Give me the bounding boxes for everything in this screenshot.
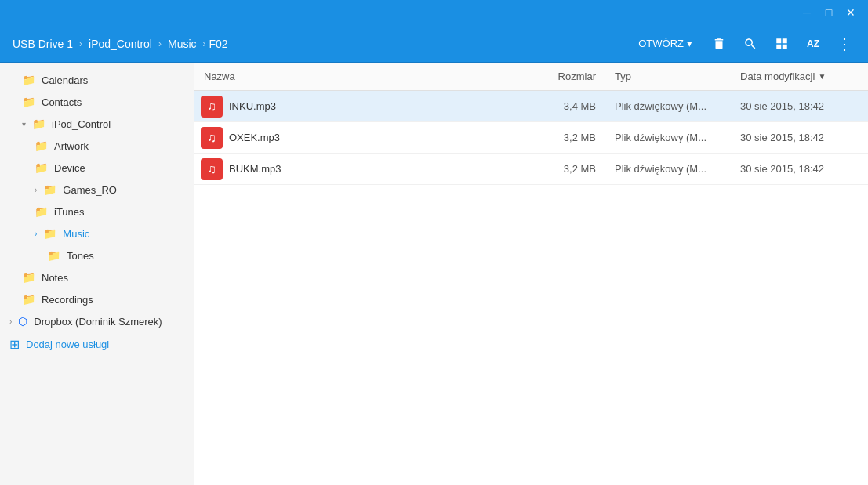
delete-icon [712, 37, 726, 51]
sidebar-item-calendars[interactable]: 📁 Calendars [0, 69, 194, 91]
sidebar-item-recordings[interactable]: 📁 Recordings [0, 288, 194, 310]
folder-icon: 📁 [22, 293, 35, 306]
breadcrumb-usb-drive[interactable]: USB Drive 1 [9, 36, 76, 52]
folder-icon: 📁 [22, 96, 35, 108]
sidebar-label-notes: Notes [42, 272, 68, 284]
open-arrow: ▾ [687, 38, 692, 49]
sidebar-item-games-ro[interactable]: › 📁 Games_RO [0, 179, 194, 201]
file-name: BUKM.mp3 [229, 163, 527, 175]
breadcrumb: USB Drive 1 › iPod_Control › Music › F02 [9, 36, 629, 52]
folder-icon: 📁 [22, 271, 35, 284]
collapse-icon: ▾ [22, 120, 26, 128]
expand-icon: › [35, 186, 37, 194]
maximize-button[interactable]: □ [818, 2, 840, 24]
folder-icon: 📁 [35, 139, 48, 152]
more-button[interactable]: ⋮ [830, 30, 859, 58]
sidebar-item-artwork[interactable]: 📁 Artwork [0, 135, 194, 157]
sidebar-label-add-service: Dodaj nowe usługi [26, 338, 109, 350]
sidebar-item-tones[interactable]: 📁 Tones [0, 244, 194, 266]
sidebar-item-notes[interactable]: 📁 Notes [0, 266, 194, 288]
folder-icon: 📁 [43, 183, 56, 196]
minimize-button[interactable]: ─ [796, 2, 818, 24]
sort-button[interactable]: AZ [799, 30, 827, 58]
file-size: 3,2 MB [527, 163, 605, 175]
file-type-icon: ♫ [201, 96, 223, 118]
add-icon: ⊞ [9, 337, 20, 352]
folder-icon: 📁 [22, 74, 35, 86]
breadcrumb-music[interactable]: Music [165, 36, 200, 52]
col-header-type: Typ [605, 71, 731, 82]
expand-icon: › [9, 317, 12, 326]
sidebar-label-dropbox: Dropbox (Dominik Szmerek) [34, 316, 162, 328]
sidebar-label-device: Device [54, 162, 85, 174]
file-row[interactable]: ♫ INKU.mp3 3,4 MB Plik dźwiękowy (M... 3… [194, 91, 868, 122]
col-header-name: Nazwa [194, 71, 527, 82]
file-date: 30 sie 2015, 18:42 [731, 100, 868, 112]
sidebar-label-games-ro: Games_RO [63, 184, 117, 196]
delete-button[interactable] [705, 30, 733, 58]
sidebar-item-dropbox[interactable]: › ⬡ Dropbox (Dominik Szmerek) [0, 310, 194, 332]
file-type-icon: ♫ [201, 158, 223, 180]
folder-icon: 📁 [35, 161, 48, 174]
sidebar-label-itunes: iTunes [54, 206, 85, 218]
titlebar: ─ □ ✕ [0, 0, 868, 25]
breadcrumb-ipod-control[interactable]: iPod_Control [85, 36, 155, 52]
filelist-header: Nazwa Rozmiar Typ Data modyfikacji ▼ [194, 63, 868, 91]
sidebar-label-recordings: Recordings [42, 294, 93, 306]
filelist: Nazwa Rozmiar Typ Data modyfikacji ▼ ♫ I… [194, 63, 868, 485]
sidebar: 📁 Calendars 📁 Contacts ▾ 📁 iPod_Control … [0, 63, 194, 485]
grid-view-button[interactable] [768, 30, 796, 58]
sidebar-label-tones: Tones [67, 250, 94, 262]
sidebar-item-device[interactable]: 📁 Device [0, 157, 194, 179]
folder-icon: 📁 [35, 205, 48, 218]
sidebar-label-ipod-control: iPod_Control [52, 118, 111, 130]
file-date: 30 sie 2015, 18:42 [731, 132, 868, 143]
folder-icon-active: 📁 [43, 227, 56, 240]
headerbar: USB Drive 1 › iPod_Control › Music › F02… [0, 25, 868, 63]
folder-icon: 📁 [32, 118, 45, 130]
sidebar-item-add-service[interactable]: ⊞ Dodaj nowe usługi [0, 332, 194, 357]
sort-desc-icon: ▼ [818, 72, 826, 81]
grid-icon [775, 37, 789, 51]
sidebar-item-contacts[interactable]: 📁 Contacts [0, 91, 194, 113]
file-row[interactable]: ♫ OXEK.mp3 3,2 MB Plik dźwiękowy (M... 3… [194, 122, 868, 154]
sidebar-item-music[interactable]: › 📁 Music [0, 223, 194, 244]
more-icon: ⋮ [837, 34, 852, 53]
breadcrumb-current: F02 [209, 38, 228, 50]
file-date: 30 sie 2015, 18:42 [731, 163, 868, 175]
sidebar-label-artwork: Artwork [54, 140, 89, 152]
breadcrumb-sep-3: › [203, 38, 206, 49]
sidebar-item-ipod-control[interactable]: ▾ 📁 iPod_Control [0, 113, 194, 135]
file-type-icon: ♫ [201, 127, 223, 149]
col-header-size: Rozmiar [527, 71, 605, 82]
open-label: OTWÓRZ [638, 38, 684, 49]
file-type: Plik dźwiękowy (M... [605, 163, 731, 175]
sidebar-label-music: Music [63, 228, 89, 240]
sort-label: AZ [807, 38, 819, 49]
file-name: OXEK.mp3 [229, 132, 527, 143]
sidebar-label-contacts: Contacts [42, 96, 82, 108]
sidebar-item-itunes[interactable]: 📁 iTunes [0, 201, 194, 223]
search-button[interactable] [736, 30, 764, 58]
main-content: 📁 Calendars 📁 Contacts ▾ 📁 iPod_Control … [0, 63, 868, 485]
close-button[interactable]: ✕ [840, 2, 862, 24]
search-icon [743, 37, 757, 51]
breadcrumb-sep-2: › [158, 38, 162, 49]
breadcrumb-sep-1: › [79, 38, 82, 49]
file-size: 3,4 MB [527, 100, 605, 112]
col-header-date[interactable]: Data modyfikacji ▼ [731, 71, 868, 82]
file-rows-container: ♫ INKU.mp3 3,4 MB Plik dźwiękowy (M... 3… [194, 91, 868, 185]
file-name: INKU.mp3 [229, 100, 527, 112]
collapse-icon: › [35, 230, 37, 238]
file-type: Plik dźwiękowy (M... [605, 132, 731, 143]
file-row[interactable]: ♫ BUKM.mp3 3,2 MB Plik dźwiękowy (M... 3… [194, 154, 868, 185]
file-type: Plik dźwiękowy (M... [605, 100, 731, 112]
folder-icon: 📁 [47, 249, 60, 262]
header-actions: OTWÓRZ ▾ AZ ⋮ [629, 30, 859, 58]
open-button[interactable]: OTWÓRZ ▾ [629, 33, 702, 54]
sidebar-label-calendars: Calendars [42, 74, 88, 86]
file-size: 3,2 MB [527, 132, 605, 143]
dropbox-icon: ⬡ [18, 315, 27, 328]
